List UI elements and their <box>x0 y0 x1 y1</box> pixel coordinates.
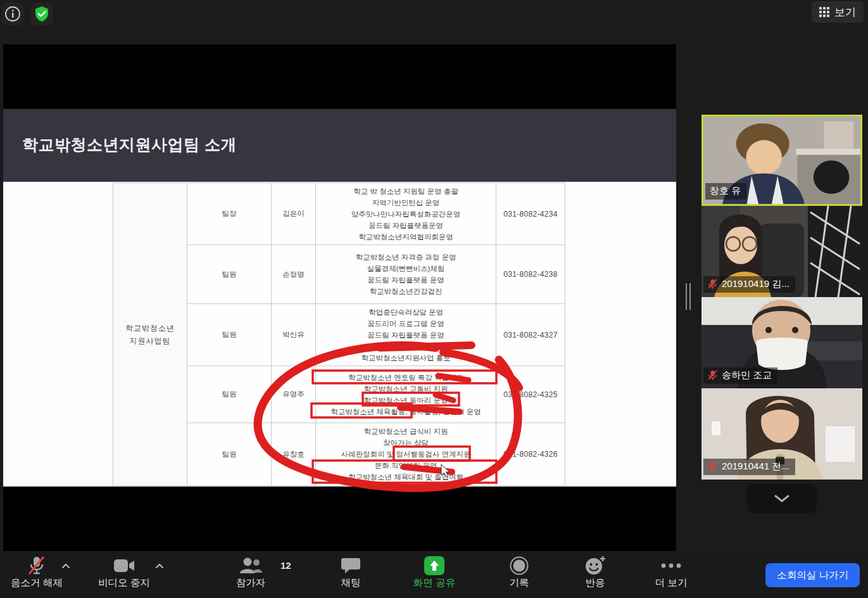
participant-name: 송하민 조교 <box>722 369 772 381</box>
duty-line: 문화.직업체험 운영 <box>316 460 496 471</box>
view-button[interactable]: 보기 <box>812 1 864 23</box>
name-cell: 박신유 <box>272 304 316 366</box>
view-button-label: 보기 <box>834 5 856 20</box>
reactions-smiley-icon <box>584 556 607 576</box>
participant-name-label: 201910419 김... <box>703 276 795 293</box>
panel-resize-handle[interactable] <box>685 283 691 310</box>
phone-cell: 031-8082-4326 <box>496 423 565 486</box>
name-cell: 유창호 <box>272 423 316 486</box>
participant-name: 201910441 전... <box>722 461 789 473</box>
mic-muted-icon <box>708 279 717 289</box>
duty-line: 꿈드림 자립플랫폼 운영 <box>316 274 496 286</box>
duty-line: 학교밖청소년 체육활동, 봉사활동, 졸업식 운영 <box>316 406 496 417</box>
participants-icon <box>239 557 263 575</box>
chevron-down-icon <box>774 494 790 503</box>
role-cell: 팀원 <box>187 245 272 304</box>
phone-cell: 031-8082-4325 <box>496 366 565 423</box>
participant-name: 201910419 김... <box>722 278 789 290</box>
duties-cell: 학교밖청소년 멘토링 특강 학습지원 학교밖청소년 교통비 지원 학교밖청소년 … <box>316 366 496 423</box>
audio-options-caret[interactable] <box>61 560 70 571</box>
participants-label: 참가자 <box>236 576 266 590</box>
duty-line: 학업중단숙려상담 운영 <box>316 307 496 318</box>
duty-line: 학교밖청소년 멘토링 특강 학습지원 <box>316 372 496 383</box>
duties-cell: 학교 밖 청소년 지원팀 운영 총괄 지역기반인턴십 운영 양주맛나만나자립특성… <box>316 183 496 245</box>
security-button[interactable] <box>30 3 53 25</box>
shared-screen: 학교밖청소년지원사업팀 소개 학교밖청소년 지원사업팀 팀장 김은이 학교 밖 … <box>3 44 676 551</box>
ellipsis-icon <box>660 563 682 569</box>
mic-muted-icon <box>708 461 717 472</box>
video-tile-201910441[interactable]: 201910441 전... <box>701 388 862 480</box>
role-cell: 팀원 <box>187 304 272 366</box>
participants-count: 12 <box>280 560 291 571</box>
slide-title: 학교밖청소년지원사업팀 소개 <box>22 134 237 155</box>
slide-title-band: 학교밖청소년지원사업팀 소개 <box>3 109 676 182</box>
reactions-button[interactable]: 반응 <box>563 555 627 590</box>
collapse-videos-button[interactable] <box>747 484 817 513</box>
video-tile-song-hamin[interactable]: 송하민 조교 <box>701 297 862 388</box>
team-group-line: 학교밖청소년 <box>113 322 187 334</box>
duty-line: 학교밖청소년 동아리 운영 <box>316 395 496 406</box>
name-cell: 김은이 <box>272 183 316 245</box>
team-group-line: 지원사업팀 <box>113 334 187 347</box>
duty-line: 학교밖청소년 교통비 지원 <box>316 383 496 395</box>
table-row: 학교밖청소년 지원사업팀 팀장 김은이 학교 밖 청소년 지원팀 운영 총괄 지… <box>113 183 565 245</box>
duty-line: 학교밖청소년지원사업 홍보 <box>316 352 496 364</box>
duty-line: 학교 밖 청소년 지원팀 운영 총괄 <box>316 186 496 197</box>
stop-video-button[interactable]: 비디오 중지 <box>92 555 156 590</box>
chat-label: 채팅 <box>341 576 361 590</box>
participant-name-label: 201910441 전... <box>703 459 795 475</box>
participant-name-label: 창호 유 <box>705 183 746 200</box>
video-options-caret[interactable] <box>155 560 164 571</box>
duty-line: 학교밖청소년건강검진 <box>316 286 496 297</box>
duty-line: 지역기반인턴십 운영 <box>316 197 496 208</box>
org-table: 학교밖청소년 지원사업팀 팀장 김은이 학교 밖 청소년 지원팀 운영 총괄 지… <box>113 182 565 486</box>
participant-name: 창호 유 <box>710 185 741 197</box>
unmute-label: 음소거 해제 <box>11 576 63 590</box>
duty-line: 꿈드림 자립플랫폼운영 <box>316 220 496 231</box>
stop-video-label: 비디오 중지 <box>98 576 150 590</box>
share-screen-label: 화면 공유 <box>413 576 455 590</box>
role-cell: 팀원 <box>187 423 272 486</box>
duty-line: 찾아가는 상담 <box>316 437 496 448</box>
meeting-toolbar: 음소거 해제 비디오 중지 12 참가자 <box>0 551 868 598</box>
name-cell: 유명주 <box>272 366 316 423</box>
phone-cell: 031-8082-4238 <box>496 245 565 304</box>
more-button[interactable]: 더 보기 <box>639 555 703 590</box>
record-button[interactable]: 기록 <box>487 555 551 590</box>
role-cell: 팀원 <box>187 366 272 423</box>
team-group-cell: 학교밖청소년 지원사업팀 <box>113 183 187 486</box>
leave-breakout-room-button[interactable]: 소회의실 나가기 <box>765 563 860 587</box>
duty-line: 학교밖청소년 자격증 과정 운영 <box>316 251 496 263</box>
participant-name-label: 송하민 조교 <box>703 367 777 384</box>
slide-content: 학교밖청소년 지원사업팀 팀장 김은이 학교 밖 청소년 지원팀 운영 총괄 지… <box>3 182 676 487</box>
info-icon <box>4 6 21 22</box>
duties-cell: 학교밖청소년 급식비 지원 찾아가는 상담 사례판정회의 및 정서행동검사 연계… <box>316 423 496 486</box>
phone-cell: 031-8082-4327 <box>496 304 565 366</box>
name-cell: 손정명 <box>272 245 316 304</box>
mic-muted-icon <box>708 370 717 381</box>
shield-check-icon <box>34 6 50 22</box>
duty-line: 학교밖청소년지역협의회운영 <box>316 231 496 243</box>
share-screen-button[interactable]: 화면 공유 <box>403 555 466 590</box>
duty-line: 사례판정회의 운영 <box>316 341 496 352</box>
duty-line: 꿈드림 자립플랫폼 운영 <box>316 329 496 341</box>
more-label: 더 보기 <box>655 576 688 590</box>
duty-line: 학교밖청소년 체육대회 및 졸업여행 <box>316 471 496 483</box>
duty-line: 학교밖청소년 급식비 지원 <box>316 426 496 437</box>
duty-line: 사례판정회의 및 정서행동검사 연계지원 <box>316 448 496 460</box>
role-cell: 팀장 <box>187 183 272 245</box>
unmute-button[interactable]: 음소거 해제 <box>5 555 68 590</box>
duty-line: 양주맛나만나자립특성화공간운영 <box>316 208 496 220</box>
record-label: 기록 <box>510 576 529 590</box>
duties-cell: 학업중단숙려상담 운영 꿈드리머 프로그램 운영 꿈드림 자립플랫폼 운영 사례… <box>316 304 496 366</box>
video-tile-chang-ho-yu[interactable]: 창호 유 <box>701 115 862 206</box>
grid-view-icon <box>819 7 829 17</box>
mic-muted-icon <box>27 556 46 576</box>
video-tile-201910419[interactable]: 201910419 김... <box>701 206 862 297</box>
record-icon <box>509 556 529 576</box>
phone-cell: 031-8082-4234 <box>496 183 565 245</box>
camera-icon <box>113 558 135 573</box>
participants-button[interactable]: 12 참가자 <box>219 555 282 590</box>
chat-button[interactable]: 채팅 <box>319 555 382 590</box>
meeting-info-button[interactable] <box>1 3 24 25</box>
